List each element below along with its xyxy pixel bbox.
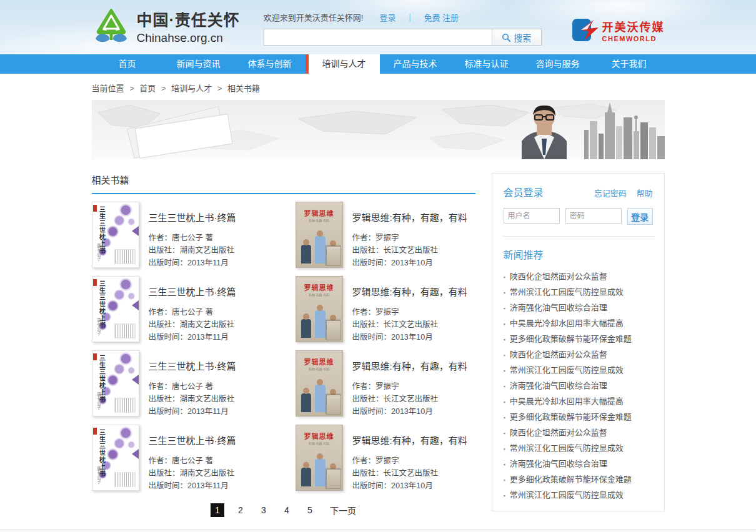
search-button[interactable]: 搜索 [492, 29, 542, 46]
pagination: 1 2 3 4 5 下一页 [92, 503, 475, 517]
news-item[interactable]: 常州滨江化工园废气防控显成效 [504, 363, 653, 378]
book-cover-image[interactable]: 罗辑思维 有种·有趣·有料 [296, 202, 343, 268]
book-cover-image[interactable]: 罗辑思维 有种·有趣·有料 [296, 425, 343, 491]
search-button-label: 搜索 [514, 31, 531, 44]
hands-tree-logo-icon [92, 7, 131, 45]
site-title: 中国·责任关怀 [137, 7, 240, 30]
page-4[interactable]: 4 [280, 503, 294, 517]
news-item[interactable]: 中昊晨光冷却水回用率大幅提高 [504, 316, 653, 332]
cover-title: 罗辑思维 [296, 282, 342, 292]
banner-image [92, 100, 665, 159]
cover-mini-box [326, 469, 341, 489]
book-title[interactable]: 罗辑思维:有种，有趣，有料 [352, 433, 467, 446]
book-title[interactable]: 三生三世枕上书·终篇 [149, 433, 236, 446]
site-footer: Copyright © 2009-2013 www.ccin.com.cn Al… [0, 530, 756, 532]
breadcrumb-books[interactable]: 相关书籍 [227, 84, 260, 93]
book-title[interactable]: 三生三世枕上书·终篇 [149, 210, 236, 224]
book-publisher: 出版社：长江文艺出版社 [352, 318, 467, 331]
book-publisher: 出版社：湖南文艺出版社 [149, 467, 236, 480]
cover-author: 唐七公子 [96, 318, 102, 339]
cover-title: 罗辑思维 [296, 208, 342, 218]
login-button[interactable]: 登录 [627, 208, 653, 225]
book-author: 作者：唐七公子 著 [149, 455, 236, 467]
page-5[interactable]: 5 [303, 503, 317, 517]
username-field[interactable] [504, 208, 560, 224]
book-publisher: 出版社：长江文艺出版社 [352, 244, 467, 257]
breadcrumb-home[interactable]: 首页 [139, 84, 156, 93]
cover-barcode [114, 398, 136, 413]
nav-item-news[interactable]: 新闻与资讯 [163, 54, 234, 74]
book-title[interactable]: 三生三世枕上书·终篇 [149, 285, 236, 298]
link-separator: ｜ [405, 11, 414, 23]
news-item[interactable]: 更多细化政策破解节能环保金难题 [504, 410, 653, 425]
book-list-item: 三生三世枕上书 唐七公子 三生三世枕上书·终篇 作者：唐七公子 著 出版社：湖南… [92, 276, 287, 343]
member-login-title: 会员登录 [504, 184, 544, 199]
book-title[interactable]: 罗辑思维:有种，有趣，有料 [352, 285, 467, 298]
book-date: 出版时间：2013年11月 [149, 257, 236, 269]
book-publisher: 出版社：长江文艺出版社 [352, 393, 467, 405]
breadcrumb-separator: > [217, 84, 222, 93]
book-author: 作者：唐七公子 著 [149, 380, 236, 393]
nav-item-consulting[interactable]: 咨询与服务 [522, 54, 594, 74]
book-cover-image[interactable]: 三生三世枕上书 唐七公子 [92, 350, 139, 416]
nav-item-home[interactable]: 首页 [92, 54, 163, 74]
breadcrumb-separator: > [129, 84, 134, 93]
welcome-text: 欢迎来到开美沃责任关怀网! [264, 11, 364, 23]
book-date: 出版时间：2013年11月 [149, 331, 236, 343]
book-cover-image[interactable]: 三生三世枕上书 唐七公子 [92, 202, 139, 268]
nav-item-training-active[interactable]: 培训与人才 [306, 54, 380, 74]
site-header: 中国·责任关怀 Chinahse.org.cn 欢迎来到开美沃责任关怀网! 登录… [0, 0, 756, 54]
book-cover-image[interactable]: 罗辑思维 有种·有趣·有料 [296, 350, 343, 416]
news-recommend-title: 新闻推荐 [504, 247, 653, 262]
book-author: 作者：罗振宇 [352, 380, 467, 393]
password-field[interactable] [565, 208, 622, 224]
forgot-password-link[interactable]: 忘记密码 [594, 189, 627, 198]
nav-item-products[interactable]: 产品与技术 [380, 54, 451, 74]
page-3[interactable]: 3 [257, 503, 271, 517]
book-cover-image[interactable]: 罗辑思维 有种·有趣·有料 [296, 276, 343, 342]
book-list-item: 罗辑思维 有种·有趣·有料 罗辑思维:有种，有趣，有料 作者：罗振宇 出版社：长… [296, 350, 475, 418]
nav-item-about[interactable]: 关于我们 [594, 54, 665, 74]
book-title[interactable]: 三生三世枕上书·终篇 [149, 359, 236, 372]
news-item[interactable]: 济南强化油气回收综合治理 [504, 378, 653, 394]
book-title[interactable]: 罗辑思维:有种，有趣，有料 [352, 359, 467, 372]
next-page-link[interactable]: 下一页 [330, 504, 356, 516]
sidebar: 会员登录 忘记密码 帮助 登录 新闻推荐 陕西化企坦然面对公众监督 常州滨江化工… [492, 173, 665, 511]
news-item[interactable]: 陕西化企坦然面对公众监督 [504, 347, 653, 363]
page-1-active[interactable]: 1 [211, 503, 224, 517]
news-item[interactable]: 陕西化企坦然面对公众监督 [504, 425, 653, 441]
nav-item-system[interactable]: 体系与创新 [234, 54, 306, 74]
search-input[interactable] [264, 29, 492, 46]
news-item[interactable]: 常州滨江化工园废气防控显成效 [504, 488, 653, 503]
book-cover-image[interactable]: 三生三世枕上书 唐七公子 [92, 276, 139, 342]
news-item[interactable]: 济南强化油气回收综合治理 [504, 300, 653, 316]
book-date: 出版时间：2013年11月 [149, 405, 236, 418]
site-logo[interactable]: 中国·责任关怀 Chinahse.org.cn [92, 7, 240, 45]
site-domain: Chinahse.org.cn [137, 31, 240, 45]
news-item[interactable]: 济南强化油气回收综合治理 [504, 456, 653, 472]
book-title[interactable]: 罗辑思维:有种，有趣，有料 [352, 210, 467, 224]
register-link[interactable]: 免费 注册 [424, 11, 459, 23]
book-list-item: 三生三世枕上书 唐七公子 三生三世枕上书·终篇 作者：唐七公子 著 出版社：湖南… [92, 350, 287, 418]
cover-barcode [114, 323, 136, 338]
breadcrumb-separator: > [161, 84, 166, 93]
cover-subtitle: 有种·有趣·有料 [296, 367, 342, 371]
news-item[interactable]: 常州滨江化工园废气防控显成效 [504, 285, 653, 300]
book-cover-image[interactable]: 三生三世枕上书 唐七公子 [92, 425, 139, 491]
news-item[interactable]: 常州滨江化工园废气防控显成效 [504, 441, 653, 456]
cover-subtitle: 有种·有趣·有料 [296, 218, 342, 222]
page-2[interactable]: 2 [234, 503, 247, 517]
chemworld-name-cn: 开美沃传媒 [602, 18, 665, 34]
news-item[interactable]: 更多细化政策破解节能环保金难题 [504, 332, 653, 347]
breadcrumb-training[interactable]: 培训与人才 [171, 84, 212, 93]
book-publisher: 出版社：湖南文艺出版社 [149, 393, 236, 405]
nav-item-standards[interactable]: 标准与认证 [451, 54, 522, 74]
help-link[interactable]: 帮助 [636, 189, 652, 198]
book-date: 出版时间：2013年10月 [352, 405, 467, 418]
news-item[interactable]: 更多细化政策破解节能环保金难题 [504, 472, 653, 488]
news-item[interactable]: 陕西化企坦然面对公众监督 [504, 269, 653, 285]
news-item[interactable]: 中昊晨光冷却水回用率大幅提高 [504, 394, 653, 410]
cover-triangle [132, 449, 139, 459]
book-list-item: 罗辑思维 有种·有趣·有料 罗辑思维:有种，有趣，有料 作者：罗振宇 出版社：长… [296, 202, 475, 269]
login-link[interactable]: 登录 [379, 11, 395, 23]
